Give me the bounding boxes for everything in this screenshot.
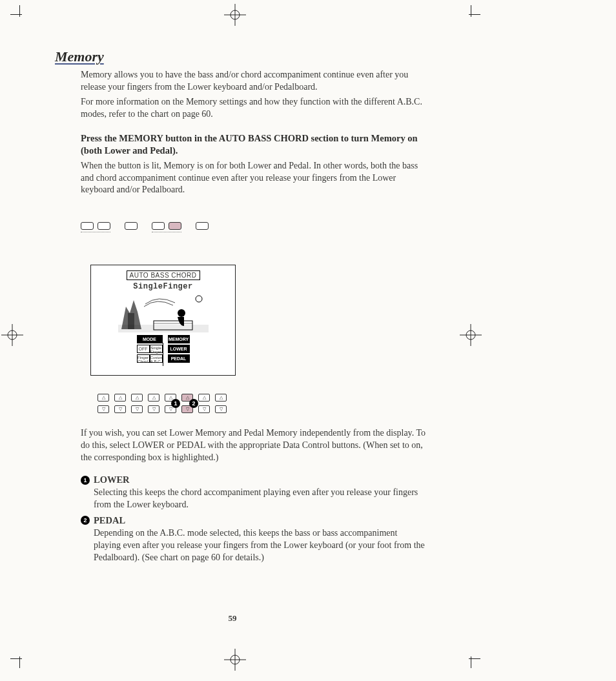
dc-down-button: ▽ — [215, 405, 227, 413]
lcd-menu-grid: MODE OFF Single Finger Finger Chord Cust… — [137, 335, 190, 363]
lcd-title-box: AUTO BASS CHORD — [127, 270, 200, 280]
item-1: 1 LOWER Selecting this keeps the chord a… — [81, 474, 426, 511]
crop-mark-tl — [10, 5, 28, 23]
item-1-title: LOWER — [94, 474, 130, 485]
item-1-number-icon: 1 — [81, 476, 90, 485]
dc-up-row: △ △ △ △ △ △ △ △ — [98, 394, 426, 401]
lcd-mode-header: MODE — [137, 335, 163, 343]
dc-up-button: △ — [148, 394, 159, 401]
registration-mark-bottom — [224, 649, 246, 671]
dc-down-button: ▽ — [114, 405, 126, 413]
memory-button-highlighted — [169, 222, 181, 230]
dc-down-button: ▽ — [148, 405, 159, 413]
dc-up-button: △ — [198, 394, 210, 401]
lcd-mode-column: MODE OFF Single Finger Finger Chord Cust… — [137, 335, 163, 363]
button-group-1 — [81, 222, 110, 232]
page-content: Memory Memory allows you to have the bas… — [55, 48, 426, 564]
svg-rect-13 — [128, 313, 134, 329]
button-group-2 — [152, 222, 181, 232]
lcd-memory-column: MEMORY LOWER PEDAL — [168, 335, 190, 363]
page-number: 59 — [0, 613, 465, 624]
lcd-cell-finger: Finger Chord — [137, 354, 150, 363]
dc-down-button: ▽ — [98, 405, 109, 413]
dc-down-button: ▽ — [131, 405, 143, 413]
crop-mark-bl — [10, 650, 28, 668]
svg-point-17 — [196, 296, 202, 302]
dc-up-button: △ — [215, 394, 227, 401]
item-2-number-icon: 2 — [81, 516, 90, 525]
lcd-memory-header: MEMORY — [168, 335, 190, 343]
item-1-body: Selecting this keeps the chord accompani… — [94, 487, 426, 511]
panel-button — [196, 222, 209, 230]
dc-up-button: △ — [114, 394, 126, 401]
data-control-buttons: △ △ △ △ △ △ △ △ ▽ ▽ ▽ ▽ ▽ ▽ ▽ ▽ — [98, 394, 426, 413]
crop-mark-tr — [462, 5, 480, 23]
panel-button — [81, 222, 94, 230]
lcd-cell-single: Single Finger — [150, 345, 163, 353]
item-2: 2 PEDAL Depending on the A.B.C. mode sel… — [81, 515, 426, 564]
item-2-body: Depending on the A.B.C. mode selected, t… — [94, 527, 426, 564]
lcd-screen: AUTO BASS CHORD SingleFinger MODE OFF — [90, 265, 236, 376]
panel-button — [125, 222, 138, 230]
lcd-cell-off: OFF — [137, 345, 150, 353]
lcd-cell-pedal: PEDAL — [168, 354, 190, 363]
post-lcd-paragraph: If you wish, you can set Lower Memory an… — [81, 427, 426, 464]
lcd-cell-custom: Custom A.B.C. — [150, 354, 163, 363]
dc-down-row: ▽ ▽ ▽ ▽ ▽ ▽ ▽ ▽ — [98, 405, 426, 413]
instruction-body: When the button is lit, Memory is on for… — [81, 160, 426, 197]
section-heading: Memory — [55, 48, 426, 65]
intro-paragraph-2: For more information on the Memory setti… — [81, 96, 426, 121]
item-2-title: PEDAL — [94, 515, 125, 526]
crop-mark-br — [462, 650, 480, 668]
instruction-heading: Press the MEMORY button in the AUTO BASS… — [81, 132, 426, 158]
panel-button — [98, 222, 110, 230]
lcd-mode-text: SingleFinger — [133, 282, 192, 291]
registration-mark-left — [1, 324, 23, 346]
dc-up-button: △ — [131, 394, 143, 401]
registration-mark-right — [460, 324, 482, 346]
callout-1-icon: 1 — [171, 399, 180, 408]
lcd-cell-lower: LOWER — [168, 345, 190, 353]
dc-down-button: ▽ — [198, 405, 210, 413]
lcd-illustration — [118, 294, 209, 332]
registration-mark-top — [224, 4, 246, 26]
lcd-callout-numbers: 1 2 — [171, 399, 198, 408]
intro-paragraph-1: Memory allows you to have the bass and/o… — [81, 69, 426, 94]
callout-2-icon: 2 — [189, 399, 198, 408]
svg-point-16 — [178, 309, 185, 317]
dc-up-button: △ — [98, 394, 109, 401]
panel-button-row — [81, 222, 426, 232]
panel-button — [152, 222, 165, 230]
